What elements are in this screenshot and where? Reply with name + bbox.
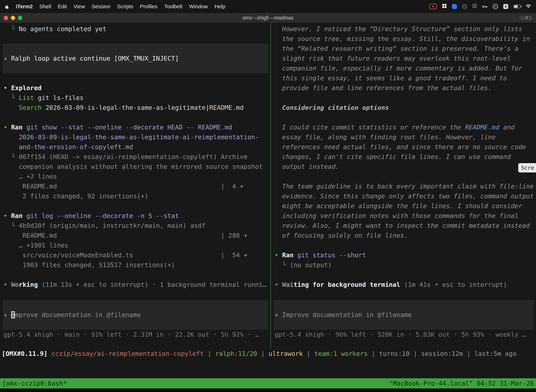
battery-icon[interactable] bbox=[513, 5, 521, 8]
apple-menu-icon[interactable] bbox=[5, 4, 9, 9]
terminal-blank-line bbox=[0, 34, 270, 44]
menu-item-session[interactable]: Session bbox=[92, 4, 110, 9]
command-input[interactable]: › Improve documentation in @filename bbox=[3, 300, 268, 330]
text-segment: Improve documentation in @filename bbox=[282, 311, 412, 318]
text-segment: and-the-erosion-of-copyleft.md bbox=[19, 143, 133, 150]
text-segment: companion analysis without altering the … bbox=[4, 163, 263, 170]
terminal-line: essay file, along with finding root file… bbox=[271, 132, 536, 142]
menu-item-profiles[interactable]: Profiles bbox=[140, 4, 157, 9]
text-segment: turns:10 bbox=[379, 350, 410, 357]
text-segment: Wo bbox=[11, 281, 19, 288]
bottom-strip bbox=[0, 388, 536, 392]
text-segment: No agents completed yet bbox=[19, 25, 107, 33]
terminal-line: • Ran git status --short bbox=[271, 250, 536, 260]
text-segment: 1903 files changed, 513517 insertions(+) bbox=[4, 261, 175, 269]
window-tiling-icon[interactable] bbox=[442, 4, 447, 9]
screen-recording-indicator-icon[interactable] bbox=[429, 4, 437, 9]
terminal-line: output instead. bbox=[271, 162, 536, 172]
terminal-blank-line bbox=[0, 270, 270, 280]
minimize-button[interactable] bbox=[11, 16, 15, 20]
text-segment: • bbox=[4, 124, 11, 131]
window-shortcut-badge: ⌥⌘1 bbox=[519, 15, 532, 21]
terminal-right-pane[interactable]: However, I noticed the “Directory Struct… bbox=[271, 23, 536, 349]
zoom-button[interactable] bbox=[18, 16, 22, 20]
text-segment: I could cite commit statistics or refere… bbox=[274, 124, 465, 131]
text-segment: (no output) bbox=[290, 261, 332, 269]
text-segment: • bbox=[4, 212, 11, 219]
menu-item-toolbelt[interactable]: Toolbelt bbox=[164, 4, 182, 9]
terminal-blank-line bbox=[271, 270, 536, 280]
terminal-line: the source tree, missing the essay. Stil… bbox=[271, 34, 536, 44]
terminal-blank-line bbox=[271, 93, 536, 103]
text-segment: ralph:11/20 bbox=[215, 350, 257, 357]
menu-item-shell[interactable]: Shell bbox=[39, 4, 51, 9]
terminal-line: 1903 files changed, 513517 insertions(+) bbox=[0, 260, 270, 270]
text-segment: git log --oneline --decorate -n 5 --stat bbox=[26, 212, 179, 219]
password-key-icon[interactable] bbox=[482, 4, 488, 9]
text-segment: src/voice/voiceModeEnabled.ts | 54 bbox=[4, 252, 244, 259]
text-segment: output instead. bbox=[274, 163, 339, 170]
menubar-status-icons: 61 A bbox=[429, 4, 531, 9]
text-segment: companion file, especially if more comme… bbox=[274, 65, 522, 72]
tmux-panes: └ No agents completed yet› Ralph loop ac… bbox=[0, 23, 536, 349]
menu-item-scripts[interactable]: Scripts bbox=[117, 4, 133, 9]
text-segment: • bbox=[274, 281, 282, 288]
text-segment: | bbox=[303, 350, 314, 357]
traffic-lights bbox=[4, 13, 22, 23]
app-circle-icon[interactable] bbox=[462, 4, 467, 9]
terminal-line: this single essay, it seems like a good … bbox=[271, 73, 536, 83]
text-segment: README.md | 4 bbox=[4, 183, 240, 190]
terminal-line: • Explored bbox=[0, 83, 270, 93]
text-segment: cczip/essay/ai-reimplementation-copyleft bbox=[51, 350, 204, 357]
terminal-line: src/voice/voiceModeEnabled.ts | 54 + bbox=[0, 250, 270, 260]
keyboard-input-source-icon[interactable]: A bbox=[503, 4, 508, 9]
text-segment bbox=[23, 124, 26, 131]
terminal-line: • Ran git log --oneline --decorate -n 5 … bbox=[0, 211, 270, 221]
session-status-line: gpt-5.4 xhigh · main · 91% left · 2.31M … bbox=[0, 330, 270, 340]
text-segment: 2026-03-09-is-legal-the-same-as-legitima… bbox=[19, 134, 259, 141]
terminal-line: companion file, especially if more comme… bbox=[271, 63, 536, 73]
terminal-line: the “Related research writing” section i… bbox=[271, 44, 536, 54]
band-text: › Improve documentation in @filename bbox=[274, 310, 412, 320]
menu-item-window[interactable]: Window bbox=[189, 4, 208, 9]
menu-item-view[interactable]: View bbox=[74, 4, 85, 9]
terminal-line: provide file and line references from th… bbox=[271, 83, 536, 93]
menu-item-help[interactable]: Help bbox=[215, 4, 225, 9]
terminal-line: and-the-erosion-of-copyleft.md bbox=[0, 142, 270, 152]
command-input[interactable]: › Improve documentation in @filename bbox=[274, 300, 534, 330]
battery-gauge-icon[interactable]: 61 bbox=[493, 4, 498, 9]
agent-prompt-banner: › Ralph loop active continue [OMX_TMUX_I… bbox=[3, 44, 268, 73]
terminal-line: • Ran git show --stat --oneline --decora… bbox=[0, 122, 270, 132]
terminal-blank-line bbox=[0, 73, 270, 83]
text-segment: › bbox=[4, 311, 11, 318]
text-segment: gpt-5.4 xhigh · main · 91% left · 2.31M … bbox=[4, 331, 259, 338]
terminal-line: including verification notes with those … bbox=[271, 211, 536, 221]
text-segment: changes, I can't cite specific file line… bbox=[274, 153, 511, 160]
terminal-line: I could cite commit statistics or refere… bbox=[271, 122, 536, 132]
text-segment: 2 files changed, 92 insertions(+) bbox=[4, 192, 148, 200]
titlebar: omx --xhigh --madmax ⌥⌘1 bbox=[0, 13, 536, 23]
wifi-icon[interactable] bbox=[526, 4, 531, 9]
terminal-left-pane[interactable]: └ No agents completed yet› Ralph loop ac… bbox=[0, 23, 270, 349]
text-segment: 4b9d30f (origin/main, instructkr/main, m… bbox=[19, 222, 206, 229]
text-segment: last:5m ago bbox=[474, 350, 516, 357]
app-grid-icon[interactable] bbox=[472, 4, 477, 9]
battery-gauge-label: 61 bbox=[494, 5, 497, 8]
text-segment: • bbox=[4, 281, 11, 288]
text-segment: | bbox=[463, 350, 474, 357]
input-source-label: A bbox=[505, 5, 507, 9]
text-segment: session:12m bbox=[421, 350, 463, 357]
terminal-line: 2026-03-09-is-legal-the-same-as-legitima… bbox=[0, 132, 270, 142]
menu-item-edit[interactable]: Edit bbox=[58, 4, 67, 9]
text-segment: team:1 workers bbox=[314, 350, 368, 357]
tooltip: Scre bbox=[518, 163, 536, 173]
terminal-line: 2 files changed, 92 insertions(+) bbox=[0, 191, 270, 201]
raycast-icon[interactable] bbox=[452, 4, 457, 9]
text-segment: └ bbox=[4, 222, 19, 229]
terminal-line: … +1901 lines bbox=[0, 240, 270, 250]
close-button[interactable] bbox=[4, 16, 8, 20]
text-segment: Ran bbox=[282, 252, 293, 259]
menu-app-name[interactable]: iTerm2 bbox=[16, 4, 33, 9]
terminal-line: • Waiting for background terminal (1m 41… bbox=[271, 280, 536, 289]
terminal-line: • Working (11m 13s • esc to interrupt) ·… bbox=[0, 280, 270, 289]
